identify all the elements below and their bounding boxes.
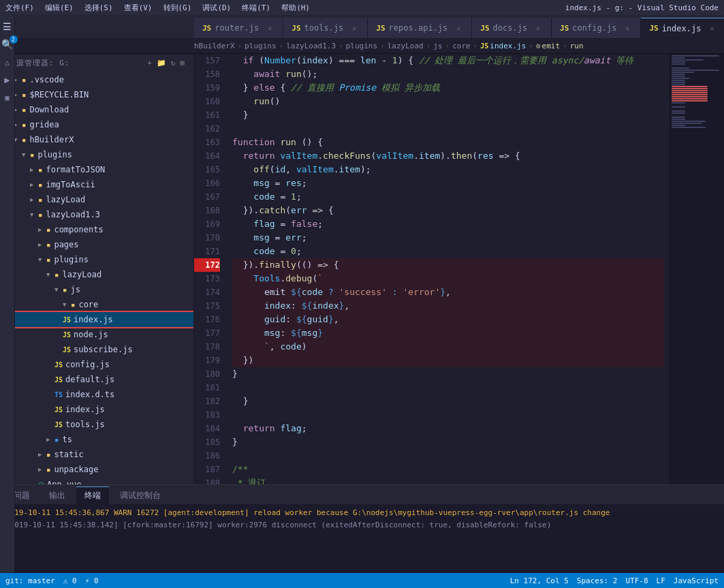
breadcrumb-hbuilderx[interactable]: hBuilderX xyxy=(194,42,235,50)
sidebar-item-recycle[interactable]: ▶ ▪ $RECYCLE.BIN xyxy=(0,87,193,102)
breadcrumb-run[interactable]: run xyxy=(570,42,584,50)
sidebar-item-appvue[interactable]: ⬡ App.vue xyxy=(0,477,193,484)
status-encoding[interactable]: UTF-8 xyxy=(625,576,648,585)
sidebar-item-indexjs[interactable]: JS index.js xyxy=(0,312,193,327)
sidebar-item-js[interactable]: ▼ ▪ js xyxy=(0,282,193,297)
tab-index-close[interactable]: ✕ xyxy=(707,24,717,33)
code-content[interactable]: if (Number(index) === len - 1) { // 处理 最… xyxy=(227,54,670,484)
sidebar-item-toolsjs[interactable]: JS tools.js xyxy=(0,417,193,432)
sidebar-item-lazyload13[interactable]: ▼ ▪ lazyLoad1.3 xyxy=(0,207,193,222)
tab-docs-close[interactable]: ✕ xyxy=(533,23,543,33)
status-line[interactable]: Ln 172, Col 5 xyxy=(510,576,569,585)
activity-debug[interactable]: ▶ xyxy=(1,74,14,86)
js-badge-defaultjs: JS xyxy=(54,376,63,384)
activity-git[interactable]: △ xyxy=(1,56,14,68)
sidebar-item-configjs2[interactable]: JS config.js xyxy=(0,357,193,372)
sidebar-item-unpackage[interactable]: ▶ ▪ unpackage xyxy=(0,462,193,477)
tab-repos[interactable]: JS repos.api.js ✕ xyxy=(368,18,472,38)
sidebar-item-hbuilderx[interactable]: ▼ ▪ hBuilderX xyxy=(0,132,193,147)
tab-config-close[interactable]: ✕ xyxy=(623,23,632,33)
sidebar-item-lazyload[interactable]: ▶ ▪ lazyLoad xyxy=(0,192,193,207)
breadcrumb-lazyload13[interactable]: lazyLoad1.3 xyxy=(286,42,336,50)
status-language[interactable]: JavaScript xyxy=(674,576,719,585)
sidebar-item-components[interactable]: ▶ ▪ components xyxy=(0,222,193,237)
activity-extensions[interactable]: ▣ xyxy=(1,91,14,104)
status-branch[interactable]: git: master xyxy=(5,576,55,585)
tab-index[interactable]: JS index.js ✕ xyxy=(641,18,724,38)
breadcrumb-plugins[interactable]: plugins xyxy=(245,42,276,50)
sidebar-item-download[interactable]: ▶ ▪ Download xyxy=(0,102,193,117)
breadcrumb-js[interactable]: js xyxy=(433,42,442,50)
breadcrumb-core[interactable]: core xyxy=(452,42,471,50)
tab-tools-close[interactable]: ✕ xyxy=(349,23,359,33)
breadcrumb-emit[interactable]: emit xyxy=(542,42,561,50)
folder-icon-unpackage: ▪ xyxy=(43,465,54,474)
tab-docs[interactable]: JS docs.js ✕ xyxy=(472,18,552,38)
panel-tab-terminal[interactable]: 终端 xyxy=(76,486,109,504)
tab-router[interactable]: JS router.js ✕ xyxy=(194,18,283,38)
line-num-183: 183 xyxy=(194,408,220,422)
tab-config[interactable]: JS config.js ✕ xyxy=(552,18,641,38)
sidebar-item-gridea[interactable]: ▶ ▪ gridea xyxy=(0,117,193,132)
menu-help[interactable]: 帮助(H) xyxy=(281,3,310,13)
sidebar-item-imgtoascii[interactable]: ▶ ▪ imgToAscii xyxy=(0,177,193,192)
code-line-176: guid: ${guid}, xyxy=(232,313,664,326)
code-line-180: } xyxy=(232,367,664,381)
sidebar-item-subscribejs[interactable]: JS subscribe.js xyxy=(0,342,193,357)
sidebar-item-plugins[interactable]: ▼ ▪ plugins xyxy=(0,147,193,162)
menu-terminal[interactable]: 终端(T) xyxy=(242,3,270,13)
tab-tools[interactable]: JS tools.js ✕ xyxy=(283,18,368,38)
js-badge-nodejs: JS xyxy=(63,331,71,339)
activity-search[interactable]: 🔍 2 xyxy=(1,38,14,50)
tree-arrow-unpackage: ▶ xyxy=(38,466,42,473)
collapse-all-icon[interactable]: ⊞ xyxy=(180,59,185,67)
code-line-184: return flag; xyxy=(232,422,664,435)
sidebar-item-pages[interactable]: ▶ ▪ pages xyxy=(0,237,193,252)
breadcrumb-js-badge: JS xyxy=(480,42,488,50)
new-folder-icon[interactable]: 📁 xyxy=(157,59,167,67)
refresh-icon[interactable]: ↻ xyxy=(171,59,176,67)
breadcrumb-indexjs[interactable]: index.js xyxy=(490,42,526,50)
sidebar-item-nodejs[interactable]: JS node.js xyxy=(0,327,193,342)
tree-arrow-lazyload: ▶ xyxy=(30,196,33,203)
sidebar-item-static[interactable]: ▶ ▪ static xyxy=(0,447,193,462)
panel-content[interactable]: 2019-10-11 15:45:36,867 WARN 16272 [agen… xyxy=(0,504,724,573)
sidebar-item-formattojson[interactable]: ▶ ▪ formatToJSON xyxy=(0,162,193,177)
sidebar-item-vscode[interactable]: ▶ ▪ .vscode xyxy=(0,72,193,87)
sidebar-item-plugins2[interactable]: ▼ ▪ plugins xyxy=(0,252,193,267)
sidebar-label-recycle: $RECYCLE.BIN xyxy=(29,90,89,99)
folder-icon-plugins: ▪ xyxy=(27,151,37,159)
menu-goto[interactable]: 转到(G) xyxy=(163,3,192,13)
activity-explorer[interactable]: ☰ xyxy=(1,20,14,33)
sidebar-item-indexjs2[interactable]: JS index.js xyxy=(0,402,193,417)
menu-view[interactable]: 查看(V) xyxy=(124,3,153,13)
status-format[interactable]: LF xyxy=(657,576,665,585)
sidebar-item-ts[interactable]: ▶ ▪ ts xyxy=(0,432,193,447)
status-spaces[interactable]: Spaces: 2 xyxy=(577,576,618,585)
sidebar-label-core: core xyxy=(78,300,98,309)
sidebar-item-lazyload2[interactable]: ▼ ▪ lazyLoad xyxy=(0,267,193,282)
panel-tab-debug[interactable]: 调试控制台 xyxy=(112,486,169,504)
tab-config-label: config.js xyxy=(572,23,616,33)
menu-select[interactable]: 选择(S) xyxy=(84,3,113,13)
folder-icon-static: ▪ xyxy=(43,450,54,459)
breadcrumb-lazyload[interactable]: lazyLoad xyxy=(388,42,424,50)
new-file-icon[interactable]: + xyxy=(147,59,153,67)
tree-arrow-plugins: ▼ xyxy=(22,151,25,158)
status-bar: git: master ⚠ 0 ⚡ 0 Ln 172, Col 5 Spaces… xyxy=(0,573,724,588)
sidebar-item-core[interactable]: ▼ ▪ core xyxy=(0,297,193,312)
menu-debug[interactable]: 调试(D) xyxy=(202,3,231,13)
sidebar-item-indexdts[interactable]: TS index.d.ts xyxy=(0,387,193,402)
sidebar-item-defaultjs[interactable]: JS default.js xyxy=(0,372,193,387)
tab-repos-close[interactable]: ✕ xyxy=(454,23,463,33)
folder-icon-components: ▪ xyxy=(43,226,54,234)
panel-tab-output[interactable]: 输出 xyxy=(41,486,74,504)
code-line-188: * 退订 xyxy=(232,476,664,484)
folder-icon-js: ▪ xyxy=(59,285,70,294)
tab-router-close[interactable]: ✕ xyxy=(265,23,274,33)
menu-edit[interactable]: 编辑(E) xyxy=(45,3,74,13)
breadcrumb-plugins2[interactable]: plugins xyxy=(346,42,377,50)
line-num-168: 168 xyxy=(194,204,220,217)
menu-bar[interactable]: 文件(F) 编辑(E) 选择(S) 查看(V) 转到(G) 调试(D) 终端(T… xyxy=(5,3,310,13)
menu-file[interactable]: 文件(F) xyxy=(5,3,34,13)
